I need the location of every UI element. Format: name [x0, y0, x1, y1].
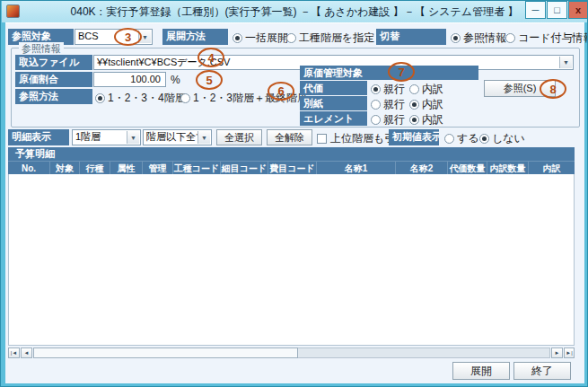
radio-daika-detail[interactable]: 内訳	[409, 82, 443, 97]
radio-besshi-parent[interactable]: 親行	[371, 97, 405, 112]
column-header[interactable]: 管理	[143, 162, 173, 174]
horizontal-scrollbar-thumb[interactable]	[33, 347, 298, 358]
radio-on-icon	[371, 84, 381, 94]
column-header[interactable]: 費目コード	[268, 162, 317, 174]
select-all-button[interactable]: 全選択	[216, 129, 262, 145]
column-header[interactable]: 行種	[80, 162, 110, 174]
radio-element-parent[interactable]: 親行	[371, 112, 405, 128]
close-icon[interactable]: x	[568, 1, 588, 19]
cost-ratio-input[interactable]: 100.00	[93, 72, 166, 87]
scroll-right-end-icon[interactable]: ►|	[564, 347, 575, 358]
ref-info-group-title: 参照情報	[19, 42, 64, 56]
annotation-circle-6: 6	[268, 82, 294, 101]
chevron-down-icon[interactable]: ▼	[559, 57, 572, 68]
column-header[interactable]: 名称1	[317, 162, 396, 174]
radio-off-icon	[444, 134, 454, 144]
radio-ref-info[interactable]: 参照情報	[451, 31, 506, 46]
window-title: 040K：実行予算登録（工種別）(実行予算一覧) －【 あさかわ建設 】－【 シ…	[71, 4, 519, 20]
clear-all-button[interactable]: 全解除	[267, 129, 312, 145]
radio-off-icon	[371, 115, 381, 125]
expand-button[interactable]: 展開	[452, 362, 510, 380]
radio-on-icon	[409, 115, 419, 125]
initial-value-label: 初期値表示	[389, 129, 439, 145]
checkbox-icon	[317, 134, 327, 144]
column-header[interactable]: 名称2	[396, 162, 448, 174]
title-bar: 040K：実行予算登録（工種別）(実行予算一覧) －【 あさかわ建設 】－【 シ…	[2, 1, 587, 22]
annotation-circle-8: 8	[540, 79, 566, 99]
import-file-label: 取込ファイル	[15, 55, 92, 70]
budget-detail-title: 予算明細	[8, 147, 575, 161]
column-header[interactable]: 属性	[110, 162, 143, 174]
radio-off-icon	[180, 93, 190, 103]
annotation-circle-3: 3	[114, 28, 142, 46]
radio-element-detail[interactable]: 内訳	[409, 112, 443, 128]
radio-daika-parent[interactable]: 親行	[371, 82, 405, 97]
column-header[interactable]: 細目コード	[221, 162, 268, 174]
column-header[interactable]: 工種コード	[173, 162, 221, 174]
radio-off-icon	[505, 33, 515, 43]
detail-display-label: 明細表示	[8, 129, 69, 145]
column-header[interactable]: 対象	[50, 162, 80, 174]
maximize-icon[interactable]: □	[547, 1, 567, 19]
radio-on-icon	[233, 33, 242, 43]
radio-initial-yes[interactable]: する	[444, 131, 479, 146]
radio-on-icon	[95, 93, 105, 103]
radio-levels-1234[interactable]: 1・2・3・4階層	[95, 91, 186, 106]
ref-target-value: BCS	[78, 31, 99, 41]
app-window: 040K：実行予算登録（工種別）(実行予算一覧) －【 あさかわ建設 】－【 シ…	[0, 0, 588, 387]
exit-button[interactable]: 終了	[513, 362, 571, 380]
radio-off-icon	[409, 84, 419, 94]
scroll-left-icon[interactable]: ◄	[21, 347, 32, 358]
table-header-row: No. 対象 行種 属性 管理 工種コード 細目コード 費目コード 名称1 名称…	[8, 161, 575, 174]
annotation-circle-4: 4	[197, 48, 224, 67]
table-body	[8, 174, 575, 346]
cost-ratio-label: 原価割合	[15, 72, 92, 87]
scroll-left-end-icon[interactable]: |◄	[8, 347, 20, 358]
chevron-down-icon[interactable]: ▼	[127, 131, 139, 144]
radio-off-icon	[286, 33, 296, 43]
radio-code-info[interactable]: コード付与情報	[505, 31, 588, 46]
annotation-circle-7: 7	[388, 62, 415, 82]
scroll-right-icon[interactable]: ►	[551, 347, 563, 358]
ref-method-label: 参照方法	[15, 89, 92, 104]
radio-on-icon	[451, 33, 461, 43]
app-icon	[6, 4, 20, 18]
radio-on-icon	[409, 100, 419, 110]
column-header[interactable]: 代価数量	[448, 162, 487, 174]
radio-expand-all[interactable]: 一括展開	[233, 31, 288, 46]
column-header[interactable]: 内訳	[529, 162, 575, 174]
column-header[interactable]: 内訳数量	[487, 162, 529, 174]
scope-combobox[interactable]: 階層以下全て ▼	[143, 129, 212, 145]
level-combobox[interactable]: 1階層 ▼	[72, 129, 141, 145]
radio-on-icon	[479, 134, 489, 144]
besshi-label: 別紙	[300, 96, 367, 110]
column-header[interactable]: No.	[8, 162, 50, 174]
minimize-icon[interactable]: ─	[525, 1, 546, 19]
expand-method-label: 展開方法	[162, 29, 228, 45]
radio-initial-no[interactable]: しない	[479, 131, 525, 146]
cost-ratio-unit: %	[171, 74, 180, 86]
daika-label: 代価	[300, 81, 367, 95]
radio-besshi-detail[interactable]: 内訳	[409, 97, 443, 112]
annotation-circle-5: 5	[196, 70, 223, 90]
chevron-down-icon[interactable]: ▼	[197, 131, 210, 144]
radio-off-icon	[371, 100, 381, 110]
switch-label: 切替	[376, 29, 446, 45]
element-label: エレメント	[300, 111, 367, 126]
